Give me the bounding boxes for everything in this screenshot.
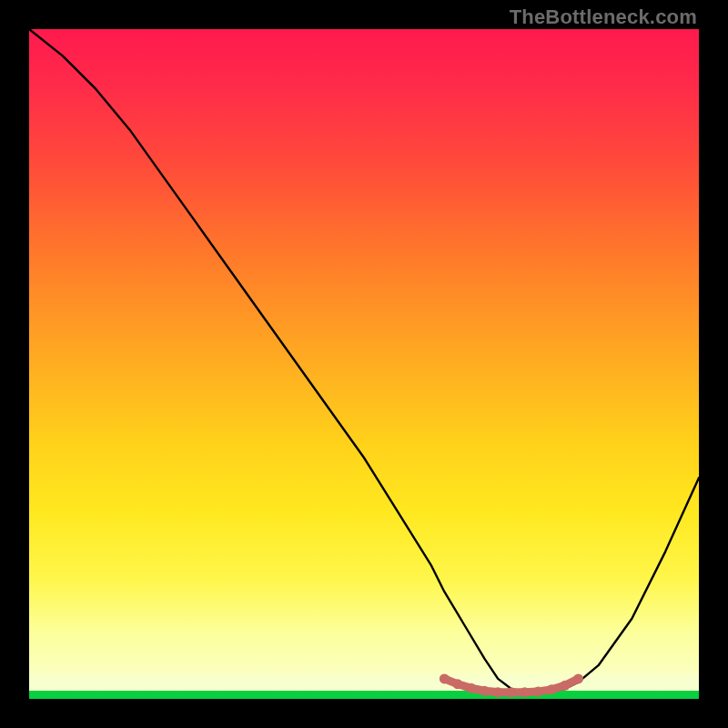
chart-frame: TheBottleneck.com — [0, 0, 728, 728]
curve-layer — [29, 29, 699, 699]
plot-area — [29, 29, 699, 699]
marker-dot — [573, 673, 583, 683]
highlighted-range-markers — [440, 673, 583, 697]
watermark-text: TheBottleneck.com — [510, 5, 697, 29]
bottleneck-curve — [29, 29, 699, 693]
